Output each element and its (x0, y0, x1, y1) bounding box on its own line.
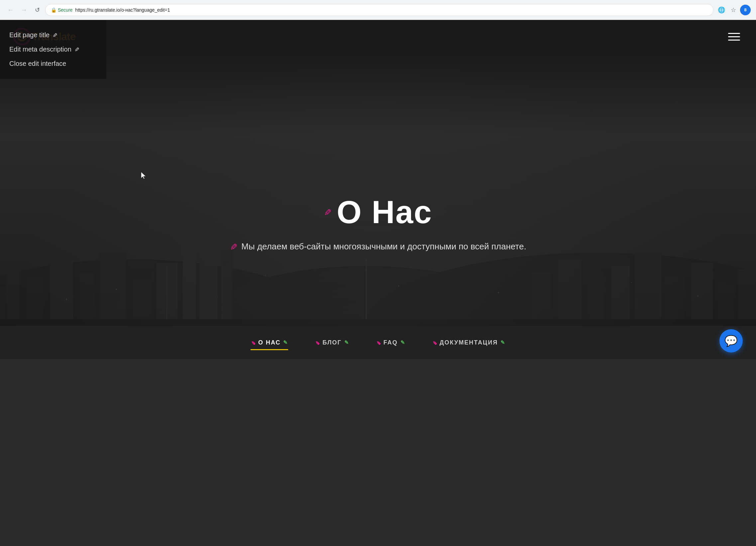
bookmark-button[interactable]: ☆ (728, 5, 739, 15)
close-edit-label: Close edit interface (9, 60, 66, 67)
nav-item-about[interactable]: ✏ О НАС ✏ (251, 337, 288, 349)
svg-point-33 (631, 282, 632, 283)
nav-faq-left-icon: ✏ (374, 339, 382, 347)
hero-section: ✏ О Нас ✏ Мы делаем веб-сайты многоязычн… (0, 53, 756, 326)
svg-rect-11 (133, 279, 151, 326)
svg-rect-25 (166, 266, 167, 326)
hamburger-line-1 (728, 33, 740, 34)
edit-page-title-item[interactable]: Edit page title ✏ (9, 28, 97, 42)
svg-rect-17 (558, 259, 582, 326)
nav-blog-label: БЛОГ (322, 339, 341, 346)
url-text[interactable]: https://ru.gtranslate.io/о-нас?language_… (75, 7, 708, 13)
edit-panel: Edit page title ✏ Edit meta description … (0, 20, 106, 79)
svg-rect-8 (50, 259, 73, 326)
svg-point-34 (697, 295, 699, 297)
site-header: Translate (0, 20, 756, 53)
svg-point-28 (66, 299, 67, 300)
nav-item-blog[interactable]: ✏ БЛОГ ✏ (315, 337, 349, 349)
svg-rect-6 (7, 266, 20, 326)
back-button[interactable]: ← (5, 5, 16, 15)
edit-title-label: Edit page title (9, 31, 50, 39)
profile-button[interactable]: 8 (740, 5, 751, 15)
edit-meta-description-item[interactable]: Edit meta description ✏ (9, 42, 97, 56)
hero-title-container: ✏ О Нас (324, 194, 432, 230)
nav-docs-left-icon: ✏ (430, 339, 438, 347)
hero-title: О Нас (337, 194, 432, 230)
hamburger-button[interactable] (725, 30, 743, 43)
lock-icon: 🔒 (51, 7, 56, 13)
refresh-button[interactable]: ↺ (32, 5, 43, 15)
svg-rect-24 (738, 269, 756, 326)
svg-rect-16 (532, 273, 552, 326)
secure-label: Secure (58, 7, 72, 13)
svg-point-29 (116, 289, 117, 290)
forward-button[interactable]: → (19, 5, 29, 15)
svg-point-31 (398, 285, 399, 287)
svg-rect-13 (183, 243, 196, 326)
address-bar: 🔒 Secure https://ru.gtranslate.io/о-нас?… (45, 4, 713, 16)
svg-rect-22 (691, 263, 713, 326)
nav-about-label: О НАС (258, 339, 281, 346)
nav-faq-label: FAQ (383, 339, 398, 346)
svg-rect-18 (588, 279, 605, 326)
hero-subtitle: Мы делаем веб-сайты многоязычными и дост… (241, 241, 526, 252)
nav-docs-right-icon: ✏ (499, 339, 507, 347)
hero-subtitle-container: ✏ Мы делаем веб-сайты многоязычными и до… (230, 241, 526, 252)
svg-rect-14 (199, 226, 218, 326)
svg-point-32 (498, 292, 499, 293)
edit-title-icon: ✏ (51, 31, 59, 39)
nav-about-right-icon: ✏ (282, 339, 290, 347)
site-navigation: ✏ О НАС ✏ ✏ БЛОГ ✏ ✏ FAQ ✏ ✏ ДОКУМЕНТАЦИ… (0, 326, 756, 359)
svg-rect-27 (0, 319, 756, 326)
svg-rect-19 (611, 266, 630, 326)
svg-point-30 (266, 276, 267, 277)
svg-rect-15 (221, 249, 233, 326)
browser-actions: 🌐 ☆ 8 (716, 5, 751, 15)
hero-title-edit-icon: ✏ (321, 205, 334, 219)
svg-rect-21 (665, 276, 685, 326)
browser-chrome: ← → ↺ 🔒 Secure https://ru.gtranslate.io/… (0, 0, 756, 20)
svg-rect-26 (366, 259, 367, 326)
chat-icon: 💬 (724, 335, 738, 347)
svg-rect-7 (27, 276, 43, 326)
nav-blog-left-icon: ✏ (313, 339, 321, 347)
page-wrapper: Translate Edit page title ✏ Edit meta de… (0, 20, 756, 359)
secure-badge: 🔒 Secure (51, 7, 72, 13)
hero-content: ✏ О Нас ✏ Мы делаем веб-сайты многоязычн… (230, 194, 526, 252)
close-edit-interface-item[interactable]: Close edit interface (9, 56, 97, 71)
svg-rect-10 (100, 253, 126, 326)
hamburger-line-3 (728, 40, 740, 41)
hamburger-line-2 (728, 36, 740, 37)
svg-rect-9 (80, 273, 95, 326)
svg-rect-20 (635, 253, 661, 326)
nav-item-faq[interactable]: ✏ FAQ ✏ (376, 337, 405, 349)
nav-about-left-icon: ✏ (249, 339, 257, 347)
nav-faq-right-icon: ✏ (399, 339, 407, 347)
edit-meta-label: Edit meta description (9, 46, 71, 53)
nav-item-docs[interactable]: ✏ ДОКУМЕНТАЦИЯ ✏ (432, 337, 505, 349)
chat-button[interactable]: 💬 (719, 329, 743, 353)
translate-button[interactable]: 🌐 (716, 5, 727, 15)
nav-blog-right-icon: ✏ (343, 339, 351, 347)
edit-meta-icon: ✏ (72, 45, 81, 54)
nav-docs-label: ДОКУМЕНТАЦИЯ (440, 339, 498, 346)
